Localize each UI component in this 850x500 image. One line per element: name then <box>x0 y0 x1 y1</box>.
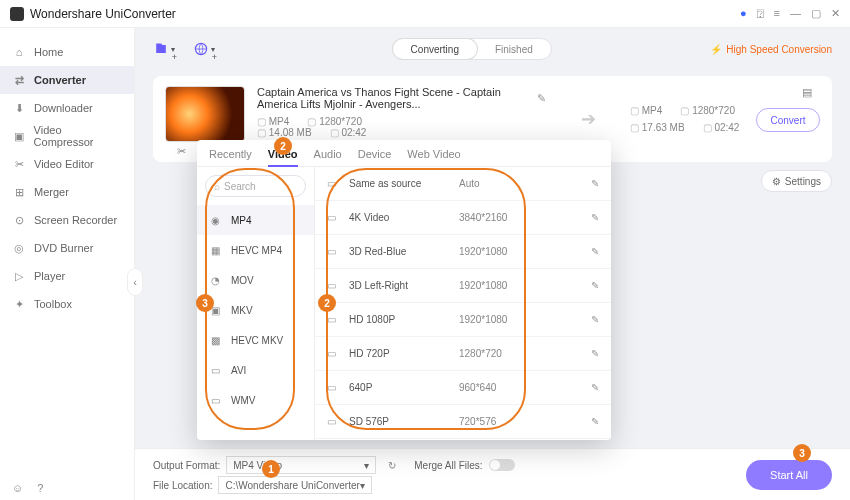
src-container: MP4 <box>257 116 289 127</box>
output-format-select[interactable]: MP4 Video▾ <box>226 456 376 474</box>
edit-resolution-icon[interactable]: ✎ <box>591 280 599 291</box>
format-wmv[interactable]: ▭WMV <box>197 385 314 415</box>
resolution-icon: ▭ <box>327 246 349 257</box>
start-all-button[interactable]: Start All <box>746 460 832 490</box>
callout-2a: 2 <box>274 137 292 155</box>
menu-icon[interactable]: ≡ <box>774 7 780 20</box>
high-speed-toggle[interactable]: ⚡ High Speed Conversion <box>710 44 832 55</box>
resolution-hd-720p[interactable]: ▭HD 720P1280*720✎ <box>315 337 611 371</box>
file-location-label: File Location: <box>153 480 212 491</box>
format-list: ⌕ Search ◉MP4▦HEVC MP4◔MOV▣MKV▩HEVC MKV▭… <box>197 167 315 440</box>
trim-icon[interactable]: ✂ <box>177 145 186 158</box>
src-duration: 02:42 <box>330 127 367 138</box>
resolution-icon: ▭ <box>327 348 349 359</box>
sidebar-item-home[interactable]: ⌂Home <box>0 38 134 66</box>
sidebar-icon: ⊙ <box>12 213 26 227</box>
sidebar-icon: ◎ <box>12 241 26 255</box>
popup-tab-audio[interactable]: Audio <box>314 148 342 160</box>
sidebar: ⌂Home⇄Converter⬇Downloader▣Video Compres… <box>0 28 135 500</box>
popup-tab-web-video[interactable]: Web Video <box>407 148 460 160</box>
sidebar-item-toolbox[interactable]: ✦Toolbox <box>0 290 134 318</box>
resolution-hd-1080p[interactable]: ▭HD 1080P1920*1080✎ <box>315 303 611 337</box>
sidebar-icon: ▷ <box>12 269 26 283</box>
collapse-sidebar-button[interactable]: ‹ <box>127 268 143 296</box>
callout-3b: 3 <box>793 444 811 462</box>
format-popup: RecentlyVideoAudioDeviceWeb Video ⌕ Sear… <box>197 140 611 440</box>
feedback-icon[interactable]: ☺ <box>12 482 23 494</box>
refresh-icon[interactable]: ↻ <box>388 460 396 471</box>
edit-title-icon[interactable]: ✎ <box>537 92 546 105</box>
popup-tabs: RecentlyVideoAudioDeviceWeb Video <box>197 140 611 167</box>
app-logo <box>10 7 24 21</box>
file-location-select[interactable]: C:\Wondershare UniConverter▾ <box>218 476 371 494</box>
format-hevc-mkv[interactable]: ▩HEVC MKV <box>197 325 314 355</box>
card-options-icon[interactable]: ▤ <box>802 86 820 99</box>
resolution-sd-576p[interactable]: ▭SD 576P720*576✎ <box>315 405 611 439</box>
format-search[interactable]: ⌕ Search <box>205 175 306 197</box>
resolution-icon: ▭ <box>327 416 349 427</box>
format-icon: ▭ <box>207 365 223 376</box>
app-title: Wondershare UniConverter <box>30 7 740 21</box>
gear-icon: ⚙ <box>772 176 781 187</box>
edit-resolution-icon[interactable]: ✎ <box>591 416 599 427</box>
sidebar-icon: ▣ <box>12 129 26 143</box>
sidebar-item-video-editor[interactable]: ✂Video Editor <box>0 150 134 178</box>
resolution-3d-left-right[interactable]: ▭3D Left-Right1920*1080✎ <box>315 269 611 303</box>
close-icon[interactable]: ✕ <box>831 7 840 20</box>
resolution-3d-red-blue[interactable]: ▭3D Red-Blue1920*1080✎ <box>315 235 611 269</box>
sidebar-item-screen-recorder[interactable]: ⊙Screen Recorder <box>0 206 134 234</box>
add-url-button[interactable]: +▾ <box>193 38 215 60</box>
edit-resolution-icon[interactable]: ✎ <box>591 246 599 257</box>
edit-resolution-icon[interactable]: ✎ <box>591 314 599 325</box>
dst-duration: 02:42 <box>703 122 740 133</box>
resolution-same-as-source[interactable]: ▭Same as sourceAuto✎ <box>315 167 611 201</box>
bottom-bar: Output Format: MP4 Video▾ ↻ Merge All Fi… <box>135 448 850 500</box>
edit-resolution-icon[interactable]: ✎ <box>591 212 599 223</box>
resolution-icon: ▭ <box>327 280 349 291</box>
format-avi[interactable]: ▭AVI <box>197 355 314 385</box>
output-format-label: Output Format: <box>153 460 220 471</box>
minimize-icon[interactable]: — <box>790 7 801 20</box>
convert-button[interactable]: Convert <box>756 108 820 132</box>
merge-toggle[interactable] <box>489 459 515 471</box>
tab-converting[interactable]: Converting <box>393 39 477 59</box>
resolution-4k-video[interactable]: ▭4K Video3840*2160✎ <box>315 201 611 235</box>
format-icon: ◔ <box>207 275 223 286</box>
sidebar-icon: ✦ <box>12 297 26 311</box>
popup-tab-device[interactable]: Device <box>358 148 392 160</box>
support-icon[interactable]: ⍰ <box>757 7 764 20</box>
sidebar-item-downloader[interactable]: ⬇Downloader <box>0 94 134 122</box>
sidebar-icon: ⊞ <box>12 185 26 199</box>
edit-resolution-icon[interactable]: ✎ <box>591 178 599 189</box>
sidebar-item-video-compressor[interactable]: ▣Video Compressor <box>0 122 134 150</box>
resolution-list: ▭Same as sourceAuto✎▭4K Video3840*2160✎▭… <box>315 167 611 440</box>
format-icon: ▩ <box>207 335 223 346</box>
edit-resolution-icon[interactable]: ✎ <box>591 348 599 359</box>
sidebar-item-converter[interactable]: ⇄Converter <box>0 66 134 94</box>
tab-finished[interactable]: Finished <box>477 39 551 59</box>
help2-icon[interactable]: ? <box>37 482 43 494</box>
format-mkv[interactable]: ▣MKV <box>197 295 314 325</box>
maximize-icon[interactable]: ▢ <box>811 7 821 20</box>
format-mov[interactable]: ◔MOV <box>197 265 314 295</box>
settings-button[interactable]: ⚙Settings <box>761 170 832 192</box>
status-segment[interactable]: Converting Finished <box>392 38 552 60</box>
callout-1: 1 <box>262 460 280 478</box>
sidebar-icon: ⬇ <box>12 101 26 115</box>
video-thumbnail[interactable] <box>165 86 245 142</box>
format-icon: ◉ <box>207 215 223 226</box>
callout-2b: 2 <box>318 294 336 312</box>
sidebar-item-player[interactable]: ▷Player <box>0 262 134 290</box>
edit-resolution-icon[interactable]: ✎ <box>591 382 599 393</box>
merge-label: Merge All Files: <box>414 460 482 471</box>
dst-resolution: 1280*720 <box>680 105 735 116</box>
resolution-640p[interactable]: ▭640P960*640✎ <box>315 371 611 405</box>
format-mp4[interactable]: ◉MP4 <box>197 205 314 235</box>
callout-3a: 3 <box>196 294 214 312</box>
format-hevc-mp4[interactable]: ▦HEVC MP4 <box>197 235 314 265</box>
popup-tab-recently[interactable]: Recently <box>209 148 252 160</box>
account-icon[interactable]: ● <box>740 7 747 20</box>
sidebar-item-merger[interactable]: ⊞Merger <box>0 178 134 206</box>
add-file-button[interactable]: +▾ <box>153 38 175 60</box>
sidebar-item-dvd-burner[interactable]: ◎DVD Burner <box>0 234 134 262</box>
